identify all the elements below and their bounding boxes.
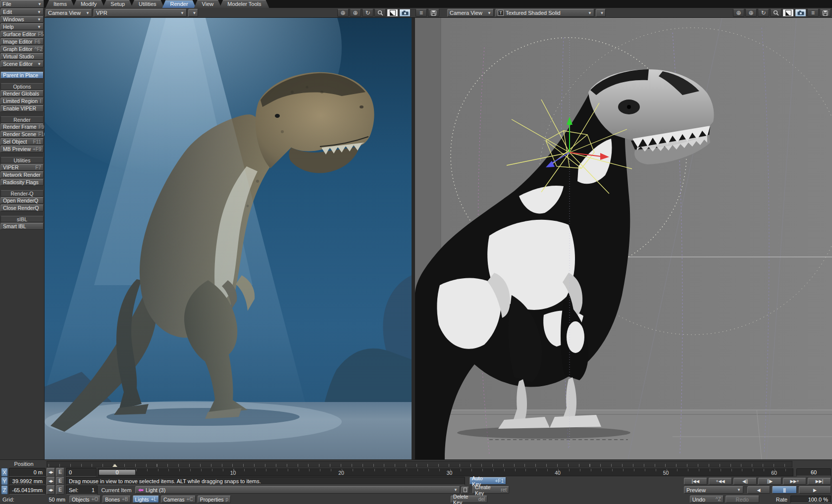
- sidebar-tool-button[interactable]: Graph Editor ^F2: [0, 46, 44, 52]
- envelope-x-button[interactable]: E: [56, 468, 64, 477]
- transport-button[interactable]: +◀◀: [709, 478, 732, 485]
- axis-z-label: Z: [1, 485, 8, 495]
- sidebar-tool-button[interactable]: Open RenderQ: [0, 197, 44, 204]
- parent-in-place-button[interactable]: Parent in Place: [0, 72, 44, 79]
- right-shading-dropdown[interactable]: T Textured Shaded Solid ▼: [495, 9, 594, 17]
- sidebar-menu-button[interactable]: Help ▼: [0, 23, 44, 30]
- rotate-view-icon[interactable]: ↻: [758, 9, 769, 17]
- preview-dropdown[interactable]: Preview ▼: [684, 486, 743, 494]
- item-picker-button[interactable]: [461, 487, 469, 494]
- chevron-down-icon: ▼: [734, 488, 741, 492]
- sidebar-tool-button[interactable]: Smart IBL: [0, 223, 44, 230]
- sidebar-tool-button[interactable]: Scene Editor ▼: [0, 60, 44, 67]
- zoom-view-icon[interactable]: [374, 9, 386, 17]
- item-type-button[interactable]: Objects +O: [69, 496, 101, 503]
- main-tab[interactable]: Items: [46, 0, 75, 8]
- sidebar-tool-button[interactable]: VIPER F7: [0, 164, 44, 171]
- left-viewport-options-dropdown[interactable]: ▼: [188, 9, 198, 17]
- sidebar-tool-button[interactable]: Sel Object F11: [0, 138, 44, 145]
- transport-button[interactable]: |◀◀: [684, 478, 707, 485]
- sidebar-tool-button[interactable]: Virtual Studio: [0, 53, 44, 60]
- item-type-button[interactable]: Properties p: [198, 496, 231, 503]
- sidebar-menu-button[interactable]: Edit ▼: [0, 8, 44, 15]
- sidebar-tool-button[interactable]: Enable VIPER: [0, 105, 44, 112]
- play-forward-button[interactable]: ▶: [799, 486, 831, 494]
- left-shading-dropdown[interactable]: VPR ▼: [94, 9, 187, 17]
- item-type-buttons: Objects +O Bones +B Lights +L Cameras +C…: [67, 496, 231, 503]
- right-viewport-options-dropdown[interactable]: ▼: [596, 9, 606, 17]
- position-x-field[interactable]: 0 m: [9, 468, 46, 477]
- sidebar-tool-button[interactable]: Radiosity Flags: [0, 179, 44, 186]
- redo-button[interactable]: Redo: [726, 496, 759, 503]
- sidebar-tool-button[interactable]: MB Preview +F9: [0, 146, 44, 152]
- viewport-list-icon[interactable]: ≡: [416, 9, 427, 17]
- main-tab[interactable]: Modeler Tools: [219, 0, 269, 8]
- play-backward-button[interactable]: ◀: [747, 486, 770, 494]
- auto-key-button[interactable]: Auto Key +F1: [469, 477, 506, 485]
- nudge-y-button[interactable]: ◀▶: [47, 477, 55, 486]
- nudge-x-button[interactable]: ◀▶: [47, 468, 55, 477]
- preview-range-ruler[interactable]: [47, 461, 792, 467]
- transport-button[interactable]: ◀||: [733, 478, 757, 485]
- move-view-icon[interactable]: ⊕: [733, 9, 744, 17]
- preview-range-row: Position: [0, 460, 832, 468]
- sidebar-tool-button[interactable]: Render Scene F10: [0, 131, 44, 138]
- transport-button[interactable]: ▶▶+: [783, 478, 806, 485]
- sidebar-tool-button[interactable]: Render Globals: [0, 90, 44, 97]
- sidebar-tool-button[interactable]: Close RenderQ: [0, 204, 44, 211]
- sidebar-tool-button[interactable]: Image Editor F6: [0, 38, 44, 45]
- maximize-viewport-icon[interactable]: [387, 9, 398, 17]
- nudge-z-button[interactable]: ◀▶: [47, 485, 55, 495]
- camera-view-icon[interactable]: [795, 9, 806, 17]
- delete-key-button[interactable]: Delete Key del: [451, 496, 487, 503]
- maximize-viewport-icon[interactable]: [782, 9, 794, 17]
- undo-button[interactable]: Undo ^Z: [690, 496, 724, 503]
- right-view-type-dropdown[interactable]: Camera View ▼: [447, 9, 494, 17]
- save-view-icon[interactable]: [820, 9, 831, 17]
- save-view-icon[interactable]: [428, 9, 439, 17]
- create-key-button[interactable]: Create Key ret: [472, 486, 509, 494]
- sidebar-tool-button[interactable]: Surface Editor F5: [0, 31, 44, 38]
- rate-field[interactable]: 100.0 %: [790, 496, 831, 503]
- current-item-dropdown[interactable]: Light (3) ▼: [135, 486, 460, 494]
- main-tab[interactable]: Modify: [73, 0, 104, 8]
- position-y-field[interactable]: 39.9992 mm: [9, 477, 46, 486]
- pan-view-icon[interactable]: ⊕: [745, 9, 757, 17]
- pan-view-icon[interactable]: ⊕: [350, 9, 361, 17]
- viewport-list-icon[interactable]: ≡: [807, 9, 819, 17]
- frame-marker-icon[interactable]: [112, 464, 117, 467]
- position-z-field[interactable]: -65.0419mm: [9, 485, 46, 495]
- main-tab[interactable]: View: [194, 0, 222, 8]
- viewport-divider[interactable]: [412, 18, 415, 459]
- left-view-type-dropdown[interactable]: Camera View ▼: [46, 9, 92, 17]
- top-menu-row: File ▼ ItemsModifySetupUtilitiesRenderVi…: [0, 0, 832, 8]
- end-frame-field[interactable]: 60: [796, 468, 831, 476]
- camera-view-icon[interactable]: [399, 9, 411, 17]
- left-viewport-vpr-render[interactable]: [45, 18, 412, 459]
- zoom-view-icon[interactable]: [770, 9, 781, 17]
- item-type-button[interactable]: Bones +B: [103, 496, 130, 503]
- sidebar-tool-button[interactable]: Limited Region l: [0, 98, 44, 104]
- grid-label: Grid:: [1, 497, 19, 503]
- main-tab[interactable]: Setup: [103, 0, 133, 8]
- sidebar-tool-button[interactable]: Render Frame F9: [0, 123, 44, 130]
- grid-value: 50 mm: [19, 497, 67, 503]
- envelope-z-button[interactable]: E: [56, 485, 64, 495]
- item-type-button[interactable]: Lights +L: [133, 496, 159, 503]
- move-view-icon[interactable]: ⊕: [337, 9, 349, 17]
- sidebar-tool-button[interactable]: Network Render: [0, 171, 44, 178]
- pause-button[interactable]: ||: [772, 486, 797, 494]
- timeline-handle[interactable]: 0: [99, 469, 136, 475]
- rotate-view-icon[interactable]: ↻: [362, 9, 373, 17]
- transport-button[interactable]: ▶▶|: [808, 478, 831, 485]
- right-viewport-opengl[interactable]: [415, 18, 832, 459]
- current-frame-field[interactable]: 0: [66, 468, 97, 477]
- item-type-button[interactable]: Cameras +C: [161, 496, 196, 503]
- envelope-y-button[interactable]: E: [56, 477, 64, 486]
- timeline-track[interactable]: 0 102030405060: [98, 468, 793, 476]
- main-tab[interactable]: Render: [162, 0, 196, 8]
- main-tab[interactable]: Utilities: [131, 0, 164, 8]
- transport-button[interactable]: ||▶: [758, 478, 781, 485]
- sidebar-menu-button[interactable]: Windows ▼: [0, 16, 44, 23]
- file-menu-button[interactable]: File ▼: [0, 0, 44, 8]
